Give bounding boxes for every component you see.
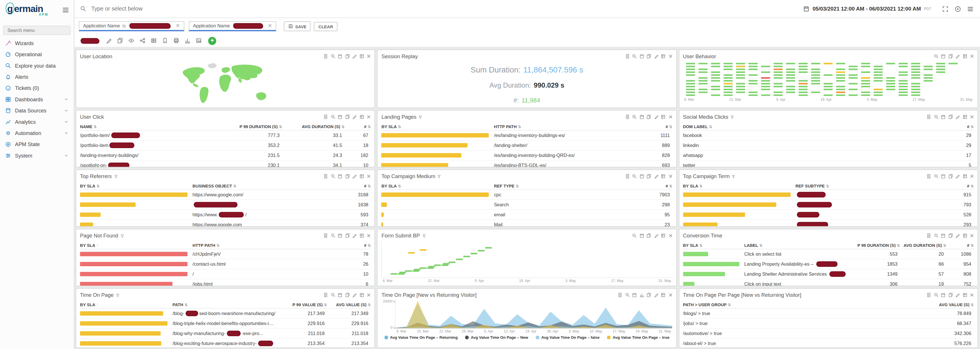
barchart-icon[interactable] (185, 37, 191, 44)
filter-chip[interactable]: Application Name is ✕ (79, 21, 185, 31)
clear-button[interactable]: CLEAR (314, 22, 337, 31)
sort-icon[interactable]: ⇅ (669, 183, 672, 188)
table-row[interactable]: /es/landing-inventory-building-QRD-es/ 8… (382, 151, 672, 161)
export-icon[interactable] (323, 54, 328, 59)
export-icon[interactable] (625, 54, 630, 59)
edit-icon[interactable] (654, 174, 659, 179)
sort-icon[interactable]: ⇅ (669, 124, 672, 128)
copy-icon[interactable] (948, 54, 953, 59)
edit-icon[interactable] (955, 174, 960, 179)
zoom-icon[interactable] (625, 293, 630, 298)
sort-icon[interactable]: ⇅ (728, 302, 731, 306)
edit-icon[interactable] (352, 54, 357, 59)
zoom-icon[interactable] (331, 233, 336, 238)
edit-icon[interactable] (106, 37, 112, 44)
zoom-icon[interactable] (331, 115, 336, 120)
table-icon[interactable] (151, 37, 157, 44)
sort-icon[interactable]: ⇅ (97, 183, 100, 188)
sort-icon[interactable]: ⇅ (216, 243, 220, 247)
calendar-icon[interactable] (940, 115, 946, 120)
export-icon[interactable] (323, 233, 328, 238)
sort-icon[interactable]: ⇅ (279, 124, 282, 128)
zoom-icon[interactable] (934, 54, 939, 59)
table-row[interactable]: twitter 5 (683, 161, 974, 167)
zoom-icon[interactable] (632, 174, 637, 179)
legend-item[interactable]: Avg Value Time On Page – false (536, 335, 600, 339)
table-row[interactable]: linkedin 29 (683, 141, 974, 151)
calendar-icon[interactable] (639, 174, 644, 179)
zoom-icon[interactable] (934, 293, 939, 298)
time-on-page-chart[interactable] (396, 301, 672, 328)
calendar-icon[interactable] (337, 115, 343, 120)
save-button[interactable]: SAVE (284, 21, 311, 31)
edit-icon[interactable] (654, 115, 659, 120)
close-icon[interactable] (366, 174, 372, 179)
table-row[interactable]: / 10 (80, 269, 371, 279)
eye-icon[interactable] (128, 37, 134, 44)
copy-icon[interactable] (948, 174, 953, 179)
table-row[interactable]: /blog-why-manufacturing--exe-pro... 211.… (80, 329, 371, 339)
sort-icon[interactable]: ⇅ (970, 302, 974, 306)
export-icon[interactable] (617, 293, 623, 298)
table-row[interactable]: Mail 23 (382, 220, 672, 226)
image-icon[interactable] (196, 37, 202, 44)
close-icon[interactable] (969, 54, 975, 59)
sort-icon[interactable]: ↓ (97, 243, 99, 247)
table-row[interactable]: facebook 29 (683, 131, 974, 141)
chip-close-icon[interactable]: ✕ (176, 23, 180, 29)
chevron-down-icon[interactable] (64, 97, 69, 102)
edit-icon[interactable] (352, 115, 357, 120)
add-widget-button[interactable]: + (208, 37, 216, 45)
sidebar-item-operational[interactable]: Operational (0, 49, 74, 60)
sort-icon[interactable]: ⇅ (368, 243, 371, 247)
table-row[interactable]: /blog-triple-helix-model-benefits-opport… (80, 319, 371, 329)
copy-icon[interactable] (345, 293, 350, 298)
layout-icon[interactable] (962, 293, 967, 298)
calendar-icon[interactable] (337, 174, 343, 179)
edit-icon[interactable] (352, 293, 357, 298)
table-row[interactable]: /portfolio-item 353.2 41.5 18 (80, 141, 371, 151)
table-row[interactable]: Landing Property Availability-es – 1853 … (683, 260, 974, 269)
sort-icon[interactable]: ⇅ (970, 243, 974, 247)
sum-duration-value[interactable]: 11,864,507.596 s (523, 65, 583, 74)
edit-icon[interactable] (654, 233, 659, 238)
layout-icon[interactable] (962, 115, 967, 120)
copy-icon[interactable] (948, 115, 953, 120)
legend-item[interactable]: Avg Value Time On Page – Returning (384, 335, 458, 339)
sidebar-item-explore[interactable]: Explore your data (0, 60, 74, 71)
table-row[interactable]: 528 (683, 210, 974, 220)
layout-icon[interactable] (661, 233, 666, 238)
layout-icon[interactable] (359, 233, 364, 238)
table-row[interactable]: /automotive/ > true 342.306 (683, 329, 974, 339)
sort-icon[interactable]: ⇅ (970, 124, 974, 128)
table-row[interactable]: /blogs/ > true 78.849 (683, 309, 974, 319)
user-behavior-chart[interactable] (683, 62, 974, 97)
close-icon[interactable] (969, 293, 975, 298)
filter-icon[interactable] (115, 293, 119, 297)
sort-icon[interactable]: ⇅ (233, 183, 236, 188)
share-icon[interactable] (139, 37, 146, 44)
sort-icon[interactable]: ⇅ (324, 302, 327, 306)
fullscreen-icon[interactable] (942, 5, 948, 12)
sort-icon[interactable]: ↓ (97, 303, 99, 306)
zoom-icon[interactable] (934, 115, 939, 120)
zoom-icon[interactable] (632, 54, 637, 59)
calendar-icon[interactable] (639, 115, 644, 120)
table-row[interactable]: https://www.google.com 374 (80, 220, 371, 226)
table-row[interactable]: 915 (683, 190, 974, 200)
table-row[interactable]: Click on select list 553 20 1086 (683, 249, 974, 260)
close-icon[interactable] (668, 233, 673, 238)
filter-icon[interactable] (437, 174, 441, 178)
legend-item[interactable]: Avg Value Time On Page – New (465, 335, 528, 339)
copy-icon[interactable] (646, 54, 652, 59)
table-row[interactable]: /cHJpdmFjeV 78 (80, 249, 371, 260)
export-icon[interactable] (926, 233, 931, 238)
filter-icon[interactable] (422, 233, 426, 238)
copy-icon[interactable] (948, 293, 953, 298)
table-row[interactable]: /blog-exciting-future-aerospace-industry… (80, 339, 371, 347)
close-icon[interactable] (668, 115, 673, 120)
sidebar-item-automation[interactable]: Automation (0, 127, 74, 139)
filter-icon[interactable] (418, 115, 423, 119)
close-icon[interactable] (668, 54, 673, 59)
table-row[interactable]: email 95 (382, 210, 672, 220)
